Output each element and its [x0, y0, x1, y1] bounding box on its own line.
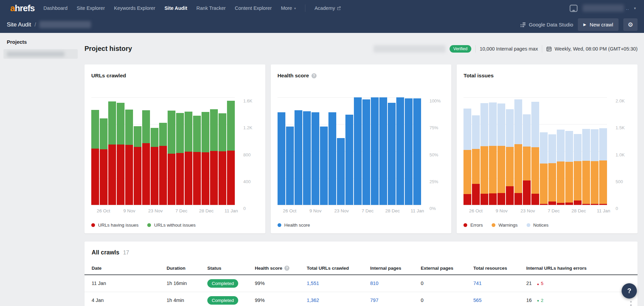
x-axis-label: 9 Nov: [496, 208, 508, 213]
chart-bar[interactable]: [125, 97, 133, 205]
help-icon[interactable]: ?: [311, 73, 317, 78]
chart-bar[interactable]: [405, 97, 413, 205]
chart-bar[interactable]: [117, 97, 125, 205]
nav-item-dashboard[interactable]: Dashboard: [43, 5, 68, 11]
chart-bar-segment-warnings: [489, 146, 497, 194]
chart-bar[interactable]: [489, 97, 497, 205]
chart-plot: 2.0K1.5K1.0K500026 Oct9 Nov23 Nov7 Dec28…: [463, 97, 607, 205]
chart-bar[interactable]: [142, 97, 150, 205]
ahrefs-logo[interactable]: ahrefs: [10, 3, 35, 14]
chart-bar[interactable]: [523, 97, 531, 205]
account-name-blurred[interactable]: [583, 4, 624, 12]
chart-bar-segment-urls-having-issues: [168, 154, 175, 205]
chart-bar[interactable]: [185, 97, 192, 205]
legend-item-urls-without-issues: URLs without issues: [147, 223, 195, 228]
chart-bar[interactable]: [176, 97, 184, 205]
nav-item-site-audit[interactable]: Site Audit: [165, 5, 187, 11]
chart-bar[interactable]: [311, 97, 319, 205]
chart-bar-segment-warnings: [472, 149, 480, 184]
chart-bar[interactable]: [295, 97, 302, 205]
chart-bar[interactable]: [599, 97, 607, 205]
chart-bar[interactable]: [565, 97, 573, 205]
chart-bar[interactable]: [371, 97, 379, 205]
legend-label: Errors: [470, 223, 483, 228]
chart-bar[interactable]: [151, 97, 158, 205]
chart-bar[interactable]: [210, 97, 218, 205]
nav-item-keywords-explorer[interactable]: Keywords Explorer: [114, 5, 155, 11]
chart-bar-segment-urls-having-issues: [151, 147, 158, 205]
chart-bar-segment-notices: [472, 115, 480, 149]
chart-bar[interactable]: [134, 97, 141, 205]
chart-bar[interactable]: [354, 97, 362, 205]
table-row[interactable]: 11 Jan1h 16minCompleted99%1,551810074121…: [84, 275, 638, 292]
chart-bar-segment-errors: [472, 184, 480, 205]
sidebar-project-item[interactable]: [3, 49, 78, 59]
nav-academy[interactable]: Academy: [315, 5, 341, 11]
new-crawl-button[interactable]: ▶ New crawl: [578, 18, 619, 31]
chart-bar[interactable]: [159, 97, 167, 205]
chart-bar[interactable]: [202, 97, 209, 205]
chart-bar[interactable]: [362, 97, 370, 205]
chart-bar[interactable]: [91, 97, 99, 205]
nav-item-site-explorer[interactable]: Site Explorer: [77, 5, 105, 11]
nav-item-content-explorer[interactable]: Content Explorer: [235, 5, 272, 11]
chart-bar-segment-warnings: [514, 144, 522, 193]
help-button[interactable]: ?: [622, 283, 637, 299]
chart-bar[interactable]: [514, 97, 522, 205]
chart-bar[interactable]: [100, 97, 108, 205]
chart-bar-segment-warnings: [506, 147, 514, 186]
cell-health-score: 99%: [255, 275, 307, 292]
nav-item-rank-tracker[interactable]: Rank Tracker: [196, 5, 226, 11]
chart-bar[interactable]: [497, 97, 505, 205]
chart-bar[interactable]: [582, 97, 590, 205]
chart-bar[interactable]: [548, 97, 556, 205]
chart-bar[interactable]: [345, 97, 353, 205]
chart-bar[interactable]: [219, 97, 226, 205]
chart-bar[interactable]: [168, 97, 175, 205]
desktop-app-icon[interactable]: [569, 4, 578, 12]
chart-bar[interactable]: [574, 97, 582, 205]
chart-bar[interactable]: [193, 97, 201, 205]
cell-internal-pages-link[interactable]: 810: [370, 281, 378, 286]
cell-internal-pages-link[interactable]: 797: [370, 298, 378, 303]
chart-bar[interactable]: [328, 97, 336, 205]
google-data-studio-link[interactable]: Google Data Studio: [520, 22, 573, 27]
legend-dot-icon: [278, 223, 281, 227]
breadcrumb-project-blurred[interactable]: [39, 21, 91, 28]
chart-bar[interactable]: [531, 97, 539, 205]
chart-bar[interactable]: [278, 97, 285, 205]
chart-bar[interactable]: [303, 97, 311, 205]
chart-bar[interactable]: [540, 97, 548, 205]
table-row[interactable]: 4 Jan1h 4minCompleted99%1,362797056516▼2: [84, 292, 638, 306]
chart-bar[interactable]: [379, 97, 387, 205]
chart-bar[interactable]: [463, 97, 471, 205]
chart-bar[interactable]: [472, 97, 480, 205]
cell-total-resources-link[interactable]: 741: [473, 281, 481, 286]
breadcrumb-section[interactable]: Site Audit: [7, 21, 31, 28]
top-header: ahrefs DashboardSite ExplorerKeywords Ex…: [0, 0, 644, 33]
nav-item-more[interactable]: More▾: [281, 5, 296, 11]
help-icon[interactable]: ?: [284, 266, 289, 271]
cell-total-urls-crawled-link[interactable]: 1,551: [307, 281, 319, 286]
chart-bar[interactable]: [396, 97, 404, 205]
chart-bar[interactable]: [286, 97, 294, 205]
chart-bar[interactable]: [388, 97, 396, 205]
chart-bar[interactable]: [320, 97, 328, 205]
chart-bar[interactable]: [557, 97, 565, 205]
chart-bar[interactable]: [227, 97, 235, 205]
nav-item-label: Content Explorer: [235, 5, 272, 11]
chart-bar[interactable]: [337, 97, 345, 205]
chart-bar[interactable]: [413, 97, 421, 205]
cell-total-urls-crawled-link[interactable]: 1,362: [307, 298, 319, 303]
chart-bar[interactable]: [591, 97, 599, 205]
chart-bar[interactable]: [480, 97, 488, 205]
chart-title-health-score: Health score?: [278, 73, 317, 79]
chart-bars: [278, 97, 421, 205]
account-caret-icon[interactable]: ▾: [634, 6, 636, 11]
chart-bar[interactable]: [506, 97, 514, 205]
chart-bar[interactable]: [108, 97, 116, 205]
cell-internal-pages: 797: [370, 292, 421, 306]
chart-bar-segment-notices: [514, 99, 522, 144]
settings-button[interactable]: ⚙: [623, 18, 638, 31]
cell-total-resources-link[interactable]: 565: [473, 298, 481, 303]
